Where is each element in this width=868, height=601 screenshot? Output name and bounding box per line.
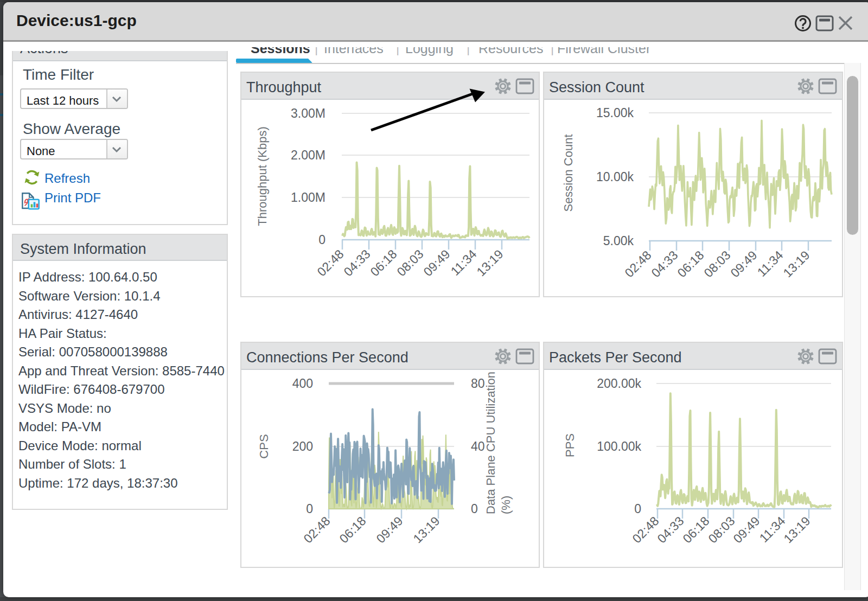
svg-text:08:03: 08:03 — [701, 248, 733, 280]
svg-text:0: 0 — [471, 502, 478, 516]
svg-text:13:19: 13:19 — [474, 247, 506, 279]
svg-text:40: 40 — [471, 439, 485, 453]
svg-text:08:03: 08:03 — [705, 514, 737, 546]
svg-text:09:49: 09:49 — [730, 514, 762, 546]
svg-text:80: 80 — [471, 376, 485, 391]
svg-text:13:19: 13:19 — [780, 248, 812, 280]
svg-text:Throughput (Kbps): Throughput (Kbps) — [256, 126, 269, 226]
svg-text:0: 0 — [318, 233, 326, 247]
svg-text:200.00k: 200.00k — [597, 376, 641, 391]
svg-text:PPS: PPS — [563, 433, 577, 457]
svg-text:100.00k: 100.00k — [597, 439, 641, 453]
svg-text:400: 400 — [292, 376, 313, 391]
svg-text:10.00k: 10.00k — [596, 170, 634, 184]
svg-text:13:19: 13:19 — [781, 514, 813, 546]
svg-text:02:48: 02:48 — [314, 247, 346, 279]
svg-text:02:48: 02:48 — [629, 514, 661, 546]
svg-text:06:18: 06:18 — [336, 514, 368, 546]
svg-text:200: 200 — [292, 439, 313, 453]
svg-text:04:33: 04:33 — [648, 248, 680, 280]
svg-text:Session Count: Session Count — [561, 134, 575, 212]
svg-text:2.00M: 2.00M — [291, 148, 326, 162]
svg-text:09:49: 09:49 — [373, 514, 405, 546]
svg-text:06:18: 06:18 — [674, 248, 706, 280]
svg-text:02:48: 02:48 — [301, 514, 333, 546]
svg-text:Data Plane CPU Utilization(%): Data Plane CPU Utilization(%) — [484, 372, 513, 514]
svg-text:5.00k: 5.00k — [603, 234, 634, 248]
svg-text:04:33: 04:33 — [654, 514, 686, 546]
svg-text:08:03: 08:03 — [394, 247, 426, 279]
svg-text:1.00M: 1.00M — [291, 190, 326, 204]
svg-text:CPS: CPS — [257, 434, 271, 458]
svg-text:11:34: 11:34 — [448, 247, 480, 278]
svg-text:06:18: 06:18 — [367, 247, 399, 279]
svg-text:02:48: 02:48 — [622, 248, 654, 280]
svg-text:3.00M: 3.00M — [291, 106, 326, 120]
svg-text:11:34: 11:34 — [755, 248, 786, 279]
svg-text:0: 0 — [306, 502, 313, 516]
svg-text:06:18: 06:18 — [680, 514, 712, 546]
svg-text:09:49: 09:49 — [727, 248, 760, 280]
svg-text:04:33: 04:33 — [341, 247, 373, 279]
svg-text:15.00k: 15.00k — [596, 106, 634, 120]
svg-text:0: 0 — [634, 502, 641, 516]
svg-text:09:49: 09:49 — [420, 247, 452, 279]
svg-text:13:19: 13:19 — [410, 514, 442, 546]
